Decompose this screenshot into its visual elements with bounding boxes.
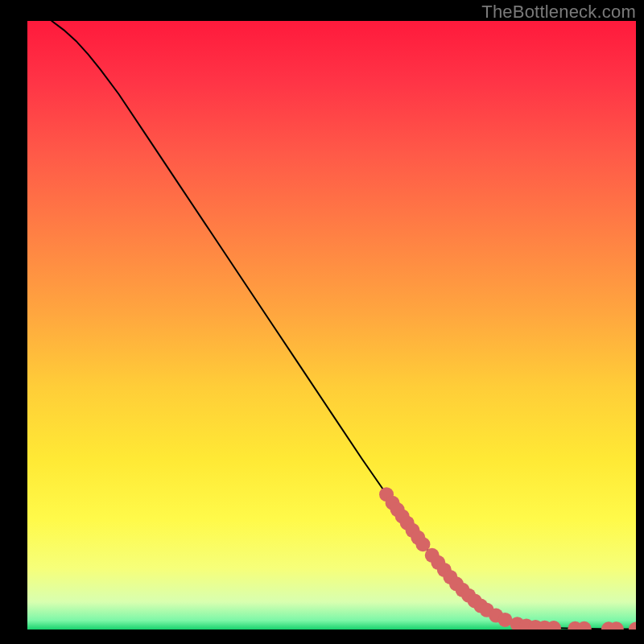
chart-frame: TheBottleneck.com (0, 0, 644, 644)
watermark-text: TheBottleneck.com (481, 2, 636, 23)
chart-plot-area (27, 21, 636, 630)
gradient-background (27, 21, 636, 630)
chart-svg (27, 21, 636, 630)
